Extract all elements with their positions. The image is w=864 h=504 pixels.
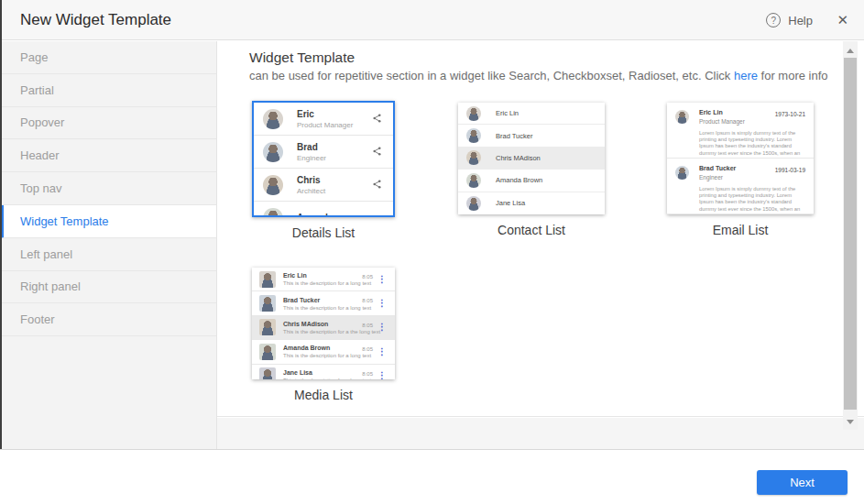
kebab-menu-icon: ⋮ [377,371,387,379]
share-icon [372,111,382,127]
list-item-highlighted: Chris MAdisonThis is the description for… [252,316,395,340]
content-bottom-strip [217,418,864,449]
sidebar-item-left-panel[interactable]: Left panel [0,238,216,271]
next-button[interactable]: Next [757,470,848,495]
sidebar-item-right-panel[interactable]: Right panel [0,271,216,304]
avatar [466,196,481,211]
card-label: Details List [252,225,395,240]
scroll-up-icon[interactable] [847,49,854,53]
question-circle-icon: ? [766,13,781,27]
avatar [259,295,276,312]
list-item: Brad Tucker [458,125,605,147]
share-icon [372,177,382,193]
card-label: Email List [667,223,814,237]
avatar [466,150,481,165]
page-title: Widget Template [249,49,355,66]
sidebar-item-popover[interactable]: Popover [0,107,216,140]
list-item: ChrisArchitect [254,169,393,202]
avatar [263,208,283,218]
template-type-sidebar: Page Partial Popover Header Top nav Widg… [0,41,217,449]
vertical-scrollbar[interactable] [843,41,858,430]
list-item: Brad Tucker Engineer 1991-03-19 Lorem Ip… [667,159,814,214]
avatar [259,271,276,288]
list-item: Jane Lisa [458,192,605,214]
email-list-preview: Eric Lin Product Manager 1973-10-21 Lore… [667,103,814,214]
contact-list-preview: Eric Lin Brad Tucker Chris MAdison Amand… [458,103,605,214]
list-item: EricProduct Manager [254,103,393,136]
time-label: 8:05 [362,274,373,279]
kebab-menu-icon: ⋮ [377,275,387,284]
help-label: Help [788,14,813,27]
avatar [466,173,481,188]
avatar [259,344,276,360]
avatar [259,367,276,379]
sidebar-item-page[interactable]: Page [0,41,216,74]
date-label: 1973-10-21 [775,111,805,117]
date-label: 1991-03-19 [775,167,805,173]
kebab-menu-icon: ⋮ [377,299,387,308]
time-label: 8:05 [362,323,373,328]
card-label: Media List [252,388,395,402]
details-list-preview: EricProduct Manager BradEngineer ChrisAr… [252,101,395,217]
avatar [259,319,276,335]
avatar [466,106,481,121]
list-item: Brad TuckerThis is the description for a… [252,291,395,315]
list-item: Amanda Brown [458,170,605,192]
list-item: Eric LinThis is the description for a lo… [252,268,395,291]
list-item-highlighted: Chris MAdison [458,148,605,170]
list-item: BradEngineer [254,136,393,169]
template-card-email-list[interactable]: Eric Lin Product Manager 1973-10-21 Lore… [667,103,814,237]
email-body-text: Lorem Ipsum is simply dummy text of the … [699,130,804,159]
template-card-contact-list[interactable]: Eric Lin Brad Tucker Chris MAdison Amand… [458,103,605,237]
dialog-title: New Widget Template [20,0,171,40]
email-body-text: Lorem Ipsum is simply dummy text of the … [699,186,804,214]
sidebar-item-partial[interactable]: Partial [0,74,216,107]
scroll-down-icon[interactable] [847,420,854,424]
sidebar-item-header[interactable]: Header [0,139,216,172]
help-button[interactable]: ? Help [766,0,813,40]
template-card-details-list[interactable]: EricProduct Manager BradEngineer ChrisAr… [252,101,395,240]
share-icon [372,144,382,160]
template-card-media-list[interactable]: Eric LinThis is the description for a lo… [252,268,395,402]
list-item: Amanda BrownThis is the description for … [252,340,395,364]
sidebar-item-top-nav[interactable]: Top nav [0,172,216,205]
kebab-menu-icon: ⋮ [377,347,387,356]
more-info-link[interactable]: here [734,69,758,82]
time-label: 8:05 [362,371,373,377]
time-label: 8:05 [362,346,373,352]
avatar [675,166,689,180]
sidebar-item-widget-template[interactable]: Widget Template [0,205,216,238]
close-icon[interactable]: ✕ [837,0,848,40]
widget-template-panel: Widget Template can be used for repetiti… [217,41,864,417]
avatar [675,110,689,124]
dialog-titlebar: New Widget Template ? Help ✕ [0,0,864,40]
avatar [263,109,283,129]
avatar [263,175,283,195]
scrollbar-thumb[interactable] [844,58,857,410]
avatar [466,128,481,143]
card-label: Contact List [458,223,605,237]
list-item: Amanda [254,202,393,217]
sidebar-item-footer[interactable]: Footer [0,303,216,336]
avatar [263,142,283,162]
description-text: can be used for repetitive section in a … [249,69,828,82]
dialog-footer: Next [0,449,864,504]
dialog-left-edge [0,0,2,449]
list-item: Jane LisaThis is the description for a l… [252,365,395,379]
kebab-menu-icon: ⋮ [377,323,387,332]
time-label: 8:05 [362,298,373,303]
list-item: Eric Lin [458,103,605,125]
media-list-preview: Eric LinThis is the description for a lo… [252,268,395,379]
list-item: Eric Lin Product Manager 1973-10-21 Lore… [667,103,814,159]
